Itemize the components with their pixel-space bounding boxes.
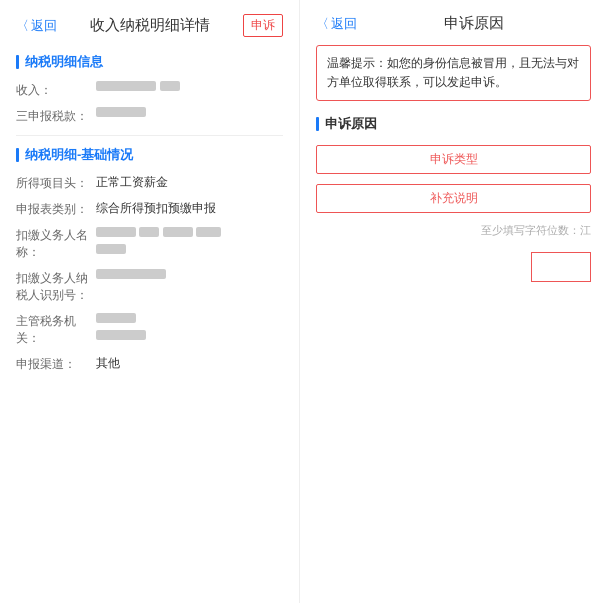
withholding-name-row: 扣缴义务人名称：	[16, 226, 283, 261]
withholding-name-bars	[96, 226, 221, 240]
right-back-chevron-icon: 〈	[316, 15, 329, 33]
declare-type-label: 申报表类别：	[16, 200, 96, 218]
warning-text: 温馨提示：如您的身份信息被冒用，且无法与对方单位取得联系，可以发起申诉。	[327, 56, 579, 89]
withholding-name-value	[96, 226, 283, 254]
right-header: 〈 返回 申诉原因	[316, 14, 591, 33]
declare-gray-block-1	[96, 107, 146, 117]
declare-type-value: 综合所得预扣预缴申报	[96, 200, 283, 217]
wn-block-5	[96, 244, 126, 254]
declare-channel-row: 申报渠道： 其他	[16, 355, 283, 373]
ta-block-2	[96, 330, 146, 340]
right-page-title: 申诉原因	[357, 14, 591, 33]
income-label: 收入：	[16, 81, 96, 99]
declare-channel-label: 申报渠道：	[16, 355, 96, 373]
declare-value	[96, 107, 283, 117]
right-back-link[interactable]: 〈 返回	[316, 15, 357, 33]
withholding-id-value	[96, 269, 283, 279]
left-back-link[interactable]: 〈 返回	[16, 17, 57, 35]
withholding-id-label: 扣缴义务人纳税人识别号：	[16, 269, 96, 304]
declare-channel-value: 其他	[96, 355, 283, 372]
right-panel: 〈 返回 申诉原因 温馨提示：如您的身份信息被冒用，且无法与对方单位取得联系，可…	[300, 0, 607, 603]
ta-bars	[96, 312, 136, 326]
income-gray-block-2	[160, 81, 180, 91]
withholding-name-label: 扣缴义务人名称：	[16, 226, 96, 261]
hint-text: 至少填写字符位数：江	[316, 223, 591, 238]
income-type-label: 所得项目头：	[16, 174, 96, 192]
hint-area: 至少填写字符位数：江	[316, 223, 591, 282]
wn-block-3	[163, 227, 193, 237]
income-value	[96, 81, 283, 91]
main-container: 〈 返回 收入纳税明细详情 申诉 纳税明细信息 收入： 三申报税款： 纳税明细-…	[0, 0, 607, 603]
left-header: 〈 返回 收入纳税明细详情 申诉	[16, 14, 283, 37]
tax-detail-section-title: 纳税明细-基础情况	[16, 146, 283, 164]
right-back-label: 返回	[331, 15, 357, 33]
wn-block-1	[96, 227, 136, 237]
declare-type-row: 申报表类别： 综合所得预扣预缴申报	[16, 200, 283, 218]
withholding-name-bars-2	[96, 244, 283, 254]
declare-row: 三申报税款：	[16, 107, 283, 125]
declare-label: 三申报税款：	[16, 107, 96, 125]
tax-authority-label: 主管税务机关：	[16, 312, 96, 347]
income-gray-block-1	[96, 81, 156, 91]
empty-input-box[interactable]	[531, 252, 591, 282]
tax-authority-row: 主管税务机关：	[16, 312, 283, 347]
tax-info-section-title: 纳税明细信息	[16, 53, 283, 71]
withholding-id-row: 扣缴义务人纳税人识别号：	[16, 269, 283, 304]
supplement-button[interactable]: 补充说明	[316, 184, 591, 213]
ta-bars-2	[96, 330, 283, 340]
appeal-type-button[interactable]: 申诉类型	[316, 145, 591, 174]
appeal-reason-section-title: 申诉原因	[316, 115, 591, 133]
appeal-button[interactable]: 申诉	[243, 14, 283, 37]
left-page-title: 收入纳税明细详情	[57, 16, 243, 35]
left-back-label: 返回	[31, 17, 57, 35]
wn-block-4	[196, 227, 221, 237]
wn-block-2	[139, 227, 159, 237]
tax-authority-value	[96, 312, 283, 340]
left-panel: 〈 返回 收入纳税明细详情 申诉 纳税明细信息 收入： 三申报税款： 纳税明细-…	[0, 0, 300, 603]
ta-block-1	[96, 313, 136, 323]
income-type-value: 正常工资薪金	[96, 174, 283, 191]
income-row: 收入：	[16, 81, 283, 99]
divider-1	[16, 135, 283, 136]
wi-block-1	[96, 269, 166, 279]
income-type-row: 所得项目头： 正常工资薪金	[16, 174, 283, 192]
left-back-chevron-icon: 〈	[16, 17, 29, 35]
warning-box: 温馨提示：如您的身份信息被冒用，且无法与对方单位取得联系，可以发起申诉。	[316, 45, 591, 101]
